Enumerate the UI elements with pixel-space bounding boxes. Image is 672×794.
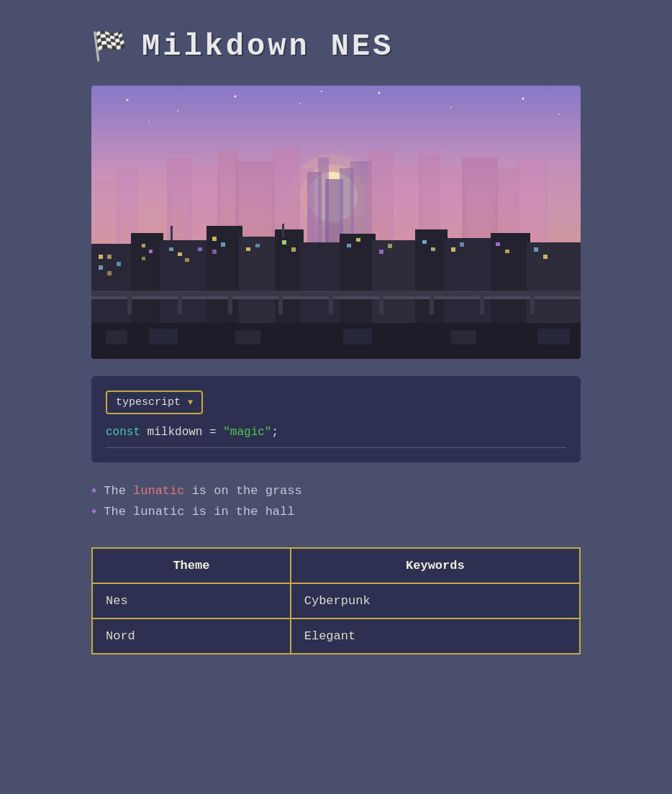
table-cell-keywords-1: Cyberpunk <box>291 583 580 619</box>
table-row: Nes Cyberpunk <box>92 583 580 619</box>
page-container: 🏁 Milkdown NES <box>91 29 581 765</box>
svg-rect-57 <box>169 247 173 251</box>
list-area: ◈ The lunatic is on the grass ◈ The luna… <box>91 484 581 526</box>
svg-rect-55 <box>149 250 153 253</box>
svg-rect-83 <box>178 296 182 314</box>
svg-rect-52 <box>107 271 112 275</box>
svg-rect-93 <box>149 329 178 344</box>
svg-rect-79 <box>543 255 548 259</box>
code-divider <box>106 447 566 448</box>
bullet-icon: ◈ <box>91 485 96 496</box>
language-label: typescript <box>116 396 181 409</box>
semicolon: ; <box>271 426 278 439</box>
keyword-const: const <box>106 426 140 439</box>
svg-rect-66 <box>282 240 286 245</box>
svg-point-4 <box>299 103 301 104</box>
svg-rect-74 <box>451 247 455 252</box>
svg-rect-95 <box>343 329 372 344</box>
svg-rect-62 <box>221 242 225 247</box>
string-value: "magic" <box>217 426 272 439</box>
title-area: 🏁 Milkdown NES <box>91 29 394 64</box>
svg-point-10 <box>148 121 150 122</box>
svg-rect-53 <box>117 262 121 266</box>
svg-rect-56 <box>142 257 145 260</box>
svg-rect-59 <box>198 247 202 251</box>
svg-rect-80 <box>91 291 581 296</box>
svg-point-1 <box>127 99 129 101</box>
svg-rect-88 <box>430 296 434 314</box>
svg-rect-85 <box>278 296 283 314</box>
table-header-keywords: Keywords <box>291 548 580 583</box>
table-cell-keywords-2: Elegant <box>291 619 580 654</box>
data-table: Theme Keywords Nes Cyberpunk Nord Elegan… <box>91 547 581 654</box>
svg-rect-87 <box>379 296 383 314</box>
svg-rect-76 <box>496 242 500 246</box>
svg-rect-84 <box>228 296 232 314</box>
flag-icon: 🏁 <box>91 29 127 64</box>
svg-point-8 <box>558 114 560 115</box>
list-item: ◈ The lunatic is on the grass <box>91 484 581 498</box>
svg-rect-96 <box>451 330 476 344</box>
svg-rect-51 <box>99 265 103 270</box>
svg-point-2 <box>177 110 178 111</box>
variable-name: milkdown <box>140 426 209 439</box>
svg-rect-54 <box>142 244 145 247</box>
chevron-down-icon: ▼ <box>188 398 193 408</box>
code-line: const milkdown = "magic"; <box>106 426 566 439</box>
code-block: typescript ▼ const milkdown = "magic"; <box>91 376 581 462</box>
svg-rect-63 <box>212 250 217 254</box>
table-cell-theme-1: Nes <box>92 583 291 619</box>
svg-rect-77 <box>505 250 509 253</box>
svg-rect-65 <box>255 244 260 247</box>
svg-rect-68 <box>347 244 351 247</box>
svg-rect-78 <box>534 247 538 252</box>
svg-rect-64 <box>246 247 250 251</box>
svg-rect-70 <box>379 250 383 254</box>
svg-rect-92 <box>106 330 127 344</box>
hero-image <box>91 86 581 359</box>
svg-rect-58 <box>178 252 182 256</box>
svg-rect-86 <box>329 296 333 314</box>
svg-rect-89 <box>480 296 484 314</box>
svg-rect-82 <box>127 296 132 314</box>
table-row: Nord Elegant <box>92 619 580 654</box>
list-item-text-1: The lunatic is on the grass <box>104 484 301 498</box>
svg-rect-71 <box>388 244 392 248</box>
svg-point-7 <box>522 98 525 100</box>
svg-point-5 <box>378 92 381 94</box>
svg-rect-73 <box>431 247 435 251</box>
bullet-icon: ◈ <box>91 506 96 516</box>
svg-rect-97 <box>537 329 570 344</box>
svg-rect-98 <box>171 226 173 240</box>
table-header-theme: Theme <box>92 548 291 583</box>
svg-rect-75 <box>460 242 464 247</box>
svg-rect-72 <box>422 240 427 244</box>
svg-rect-94 <box>235 330 260 344</box>
svg-rect-81 <box>91 296 581 299</box>
svg-point-3 <box>235 96 237 98</box>
svg-rect-90 <box>530 296 535 314</box>
svg-rect-61 <box>212 237 217 241</box>
svg-rect-60 <box>185 258 189 262</box>
svg-rect-69 <box>356 238 360 242</box>
table-header-row: Theme Keywords <box>92 548 580 583</box>
svg-rect-99 <box>282 224 284 238</box>
list-item-text-2: The lunatic is in the hall <box>104 505 294 519</box>
svg-rect-67 <box>291 247 296 252</box>
svg-rect-50 <box>107 255 112 259</box>
highlight-word: lunatic <box>133 484 184 498</box>
language-selector[interactable]: typescript ▼ <box>106 391 203 414</box>
operator: = <box>209 426 217 439</box>
page-title: Milkdown NES <box>142 29 394 64</box>
svg-rect-49 <box>99 255 103 259</box>
svg-point-6 <box>450 106 452 108</box>
svg-point-9 <box>321 91 322 92</box>
list-item: ◈ The lunatic is in the hall <box>91 505 581 519</box>
table-cell-theme-2: Nord <box>92 619 291 654</box>
